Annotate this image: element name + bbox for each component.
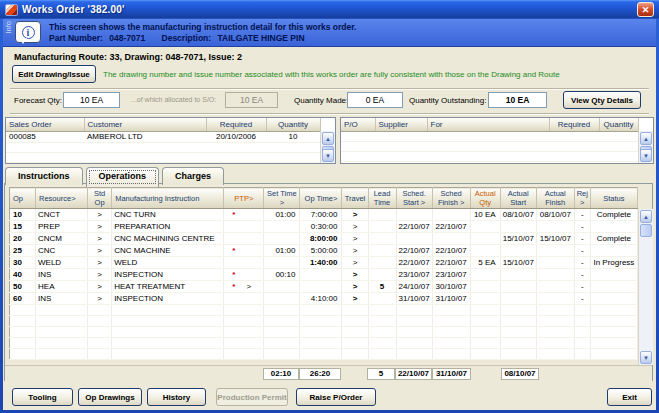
operations-col-header[interactable]: Rej >: [574, 188, 590, 209]
quantity-made-field[interactable]: 0 EA: [347, 92, 403, 108]
operation-row[interactable]: 40INS>INSPECTION*00:10>23/10/0723/10/07-: [10, 269, 638, 281]
drawing-consistency-message: The drawing number and issue number asso…: [103, 70, 560, 79]
scroll-up-icon[interactable]: ▲: [640, 132, 652, 145]
tab-operations[interactable]: Operations: [86, 167, 160, 187]
scrollbar-thumb[interactable]: [640, 224, 652, 237]
cell-rej: -: [574, 209, 590, 221]
scroll-down-icon[interactable]: ▼: [322, 149, 334, 162]
tab-instructions[interactable]: Instructions: [5, 167, 83, 185]
operations-col-header[interactable]: Travel: [342, 188, 368, 209]
purchase-orders-col-header[interactable]: Supplier: [375, 118, 427, 131]
cell-travel[interactable]: >: [342, 269, 368, 281]
cell-travel[interactable]: >: [342, 233, 368, 245]
operation-row[interactable]: 30WELD>WELD1:40:00>22/10/0722/10/075 EA1…: [10, 257, 638, 269]
operations-col-header[interactable]: Actual Start: [500, 188, 536, 209]
app-icon: [5, 4, 18, 16]
cell-ptp[interactable]: [224, 293, 264, 305]
cell-ptp[interactable]: *>: [224, 281, 264, 293]
operations-col-header[interactable]: Actual Qty: [470, 188, 500, 209]
sales-orders-col-header[interactable]: Required: [206, 118, 266, 131]
window-title: Works Order '382.00': [22, 4, 125, 15]
scroll-down-icon[interactable]: ▼: [640, 149, 652, 162]
cell-travel[interactable]: >: [342, 245, 368, 257]
history-button[interactable]: History: [147, 388, 206, 406]
cell-op_time: [300, 316, 342, 327]
purchase-orders-col-header[interactable]: Quantity: [599, 118, 638, 131]
operation-row: [10, 327, 638, 338]
cell-std[interactable]: >: [88, 269, 112, 281]
cell-ptp[interactable]: [224, 221, 264, 233]
cell-status: [590, 245, 637, 257]
operations-col-header[interactable]: Sched Finish >: [432, 188, 470, 209]
cell-std: [88, 316, 112, 327]
operation-row[interactable]: 15PREP>PREPARATION0:30:00>22/10/0722/10/…: [10, 221, 638, 233]
operations-col-header[interactable]: PTP>: [224, 188, 264, 209]
cell-ptp[interactable]: [224, 257, 264, 269]
cell-status: In Progress: [590, 257, 637, 269]
cell-sched_finish: [432, 233, 470, 245]
cell-ptp[interactable]: *: [224, 269, 264, 281]
operation-row[interactable]: 50HEA>HEAT TREATMENT*>>524/10/0730/10/07…: [10, 281, 638, 293]
purchase-orders-col-header[interactable]: P/O: [341, 118, 375, 131]
cell-std[interactable]: >: [88, 293, 112, 305]
sales-orders-scrollbar[interactable]: ▲ ▼: [320, 131, 335, 163]
total-op-time: 26:20: [299, 368, 341, 380]
cell-std[interactable]: >: [88, 245, 112, 257]
cell-std[interactable]: >: [88, 281, 112, 293]
op-drawings-button[interactable]: Op Drawings: [78, 388, 142, 406]
operations-col-header[interactable]: Resource>: [36, 188, 88, 209]
raise-porder-button[interactable]: Raise P/Order: [296, 388, 376, 406]
cell-ptp[interactable]: *: [224, 209, 264, 221]
operations-col-header[interactable]: Manufacturing Instruction: [112, 188, 224, 209]
exit-button[interactable]: Exit: [607, 388, 652, 406]
tab-charges[interactable]: Charges: [162, 167, 224, 185]
scroll-up-icon[interactable]: ▲: [322, 132, 334, 145]
cell-ptp[interactable]: *: [224, 245, 264, 257]
operations-col-header[interactable]: Sched. Start >: [396, 188, 432, 209]
cell-std[interactable]: >: [88, 233, 112, 245]
cell-travel[interactable]: >: [342, 257, 368, 269]
cell-std[interactable]: >: [88, 257, 112, 269]
close-icon[interactable]: ✕: [637, 2, 654, 17]
purchase-orders-table: P/OSupplierForRequiredQuantity: [341, 118, 639, 162]
total-set-time: 02:10: [263, 368, 299, 380]
sales-orders-row[interactable]: 000085AMBEROL LTD20/10/200610: [6, 131, 320, 142]
cell-resource: [36, 327, 88, 338]
operations-col-header[interactable]: Op Time>: [300, 188, 342, 209]
cell-resource: PREP: [36, 221, 88, 233]
quantity-outstanding-field[interactable]: 10 EA: [488, 92, 547, 108]
sales-orders-col-header[interactable]: Sales Order: [6, 118, 84, 131]
cell-sched_start: 22/10/07: [396, 221, 432, 233]
edit-drawing-issue-button[interactable]: Edit Drawing/Issue: [12, 65, 96, 83]
cell-lead_time: [368, 316, 396, 327]
cell-std[interactable]: >: [88, 221, 112, 233]
purchase-orders-scrollbar[interactable]: ▲ ▼: [638, 131, 653, 163]
cell-travel[interactable]: >: [342, 281, 368, 293]
scroll-up-icon[interactable]: ▲: [640, 210, 652, 223]
operations-col-header[interactable]: Set Time >: [264, 188, 300, 209]
cell-travel[interactable]: >: [342, 221, 368, 233]
cell-travel[interactable]: >: [342, 293, 368, 305]
sales-orders-col-header[interactable]: Customer: [84, 118, 206, 131]
sales-orders-col-header[interactable]: Quantity: [266, 118, 320, 131]
tooling-button[interactable]: Tooling: [12, 388, 73, 406]
cell-rej: [574, 316, 590, 327]
operation-row[interactable]: 10CNCT>CNC TURN*01:007:00:00>10 EA08/10/…: [10, 209, 638, 221]
operations-col-header[interactable]: Std Op: [88, 188, 112, 209]
operations-col-header[interactable]: Op: [10, 188, 36, 209]
operations-col-header[interactable]: Status: [590, 188, 637, 209]
operations-col-header[interactable]: Actual Finish: [536, 188, 574, 209]
operation-row[interactable]: 20CNCM>CNC MACHINING CENTRE8:00:00>15/10…: [10, 233, 638, 245]
purchase-orders-col-header[interactable]: Required: [549, 118, 599, 131]
cell-travel[interactable]: >: [342, 209, 368, 221]
operations-col-header[interactable]: Lead Time: [368, 188, 396, 209]
operations-scrollbar[interactable]: ▲ ▼: [638, 209, 653, 365]
view-qty-details-button[interactable]: View Qty Details: [563, 91, 641, 109]
cell-ptp[interactable]: [224, 233, 264, 245]
purchase-orders-col-header[interactable]: For: [427, 118, 549, 131]
cell-std[interactable]: >: [88, 209, 112, 221]
scroll-down-icon[interactable]: ▼: [640, 351, 652, 364]
forecast-qty-field[interactable]: 10 EA: [63, 92, 120, 108]
operation-row[interactable]: 25CNC>CNC MACHINE*01:005:00:00>22/10/072…: [10, 245, 638, 257]
operation-row[interactable]: 60INS>INSPECTION4:10:00>31/10/0731/10/07…: [10, 293, 638, 305]
